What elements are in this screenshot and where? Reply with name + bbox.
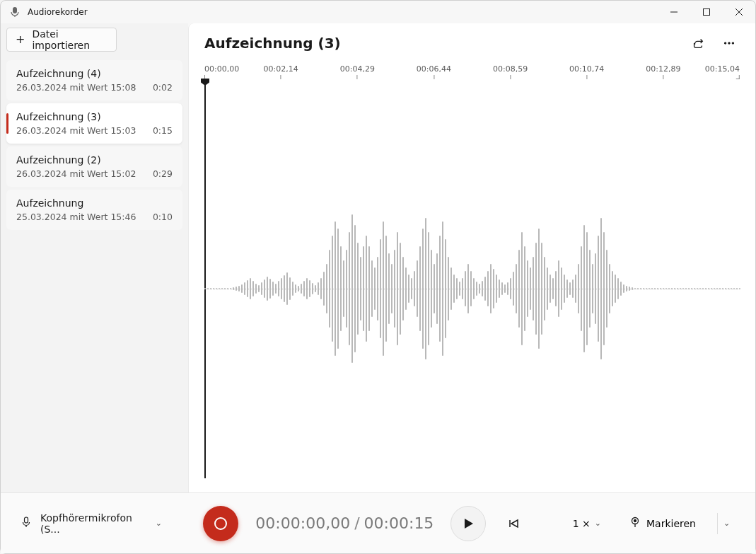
recording-item-duration: 0:29	[153, 168, 173, 179]
waveform-bar	[660, 288, 661, 289]
microphone-icon	[21, 517, 32, 530]
waveform-bar	[524, 246, 525, 331]
playback-speed-button[interactable]: 1 × ⌄	[566, 514, 608, 533]
waveform-bar	[575, 275, 576, 303]
waveform-bar	[626, 286, 627, 292]
waveform-bar	[408, 275, 409, 303]
waveform-bar	[303, 281, 305, 296]
recording-item-meta: 25.03.2024 mit Wert 15:46	[16, 212, 136, 222]
svg-point-8	[728, 42, 731, 45]
waveform-bar	[357, 243, 359, 335]
recording-item-title: Aufzeichnung (4)	[16, 68, 173, 79]
waveform-bar	[224, 288, 226, 289]
waveform-bar	[439, 236, 441, 342]
recording-item[interactable]: Aufzeichnung 25.03.2024 mit Wert 15:46 0…	[6, 190, 182, 230]
waveform-bar	[428, 232, 429, 345]
waveform-bar	[400, 243, 401, 335]
waveform-bar	[281, 278, 282, 299]
waveform-bar	[615, 275, 616, 303]
waveform-bar	[479, 284, 480, 294]
waveform-bar	[306, 278, 308, 299]
waveform-bar	[694, 288, 695, 289]
ruler-tick-label: 00:12,89	[646, 64, 680, 74]
microphone-selector[interactable]: Kopfhörermikrofon (S... ⌄	[21, 512, 162, 535]
marker-icon	[629, 517, 641, 530]
waveform-area[interactable]	[189, 84, 755, 492]
waveform-bar	[422, 229, 424, 349]
ruler-tick: 00:10,74	[569, 64, 604, 79]
waveform-bar	[595, 253, 596, 324]
recording-item-duration: 0:02	[153, 82, 173, 93]
waveform-bar	[434, 264, 435, 313]
ruler-tick-label: 00:15,04	[705, 64, 740, 74]
ruler-tick: 00:00,00	[204, 64, 239, 79]
waveform-bar	[518, 250, 520, 328]
recording-item[interactable]: Aufzeichnung (4) 26.03.2024 mit Wert 15:…	[6, 60, 182, 100]
waveform-bar	[637, 288, 639, 289]
ruler-tick: 00:08,59	[493, 64, 528, 79]
waveform-bar	[609, 264, 610, 313]
waveform-bar	[581, 246, 582, 331]
waveform-bar	[663, 288, 664, 289]
share-button[interactable]	[687, 33, 709, 54]
time-separator: /	[354, 514, 359, 532]
svg-rect-10	[25, 517, 28, 523]
waveform-bar	[360, 257, 361, 321]
waveform-bar	[651, 288, 653, 289]
waveform-bar	[620, 282, 622, 296]
waveform-bar	[473, 278, 475, 299]
record-button[interactable]	[203, 506, 238, 541]
waveform-bar	[405, 267, 407, 310]
waveform-bar	[465, 271, 466, 306]
waveform-bar	[318, 282, 319, 295]
waveform-bar	[521, 232, 523, 345]
waveform-bar	[380, 239, 381, 338]
recording-item[interactable]: Aufzeichnung (3) 26.03.2024 mit Wert 15:…	[6, 103, 182, 144]
minimize-button[interactable]	[658, 1, 690, 23]
recording-item[interactable]: Aufzeichnung (2) 26.03.2024 mit Wert 15:…	[6, 146, 182, 187]
waveform-bar	[564, 275, 565, 303]
total-time: 00:00:15	[364, 514, 434, 532]
app-title: Audiorekorder	[28, 7, 658, 17]
waveform-bar	[583, 225, 585, 352]
waveform-bar	[541, 243, 542, 335]
waveform-bar	[286, 272, 288, 305]
window-controls	[658, 1, 755, 23]
maximize-button[interactable]	[690, 1, 723, 23]
marker-dropdown-button[interactable]: ⌄	[717, 513, 735, 534]
waveform-bar	[207, 288, 209, 289]
waveform-bar	[533, 257, 534, 321]
import-file-button[interactable]: + Datei importieren	[6, 28, 117, 52]
waveform-bar	[589, 250, 591, 328]
close-button[interactable]	[723, 1, 755, 23]
ruler-tick-label: 00:08,59	[493, 64, 528, 74]
waveform-bar	[371, 260, 373, 317]
plus-icon: +	[16, 34, 25, 45]
play-button[interactable]	[450, 506, 486, 541]
import-label: Datei importieren	[32, 28, 107, 51]
waveform-bar	[476, 282, 477, 296]
marker-label: Markieren	[646, 518, 696, 529]
waveform-bar	[323, 272, 325, 306]
waveform-bar	[298, 286, 299, 292]
waveform-bar	[552, 278, 554, 299]
waveform-bar	[496, 275, 497, 303]
waveform-bar	[425, 218, 426, 359]
waveform-bar	[340, 246, 342, 331]
waveform-bar	[261, 282, 262, 295]
waveform-bar	[598, 236, 599, 342]
marker-button[interactable]: Markieren	[624, 512, 702, 534]
waveform-bar	[448, 257, 449, 321]
waveform-bar	[649, 288, 650, 289]
skip-back-button[interactable]	[503, 513, 524, 534]
waveform-bar	[335, 221, 336, 356]
waveform-bar	[397, 232, 398, 345]
recording-item-title: Aufzeichnung (3)	[16, 111, 173, 122]
svg-marker-14	[511, 520, 518, 527]
waveform-bar	[436, 253, 438, 324]
waveform-bar	[731, 288, 732, 289]
waveform-bar	[450, 267, 452, 310]
waveform-bar	[504, 284, 506, 293]
more-button[interactable]	[719, 33, 740, 54]
timeline-ruler[interactable]: 00:00,0000:02,1400:04,2900:06,4400:08,59…	[189, 64, 755, 84]
